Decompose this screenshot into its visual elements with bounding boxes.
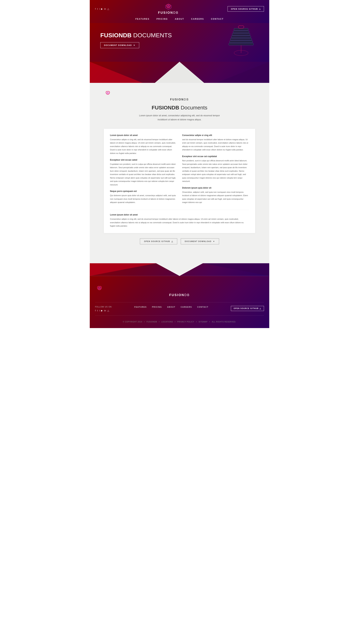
- col-right-heading-2: Excepteur sint occae cat cupidatat: [182, 155, 249, 158]
- github-icon: △: [171, 240, 173, 242]
- footer-linkedin-icon[interactable]: in: [104, 309, 106, 312]
- github-button-content[interactable]: OPEN SOURCE GITHUB △: [140, 238, 177, 244]
- footer-facebook-icon[interactable]: f: [95, 309, 96, 312]
- footer-divider: [90, 255, 269, 276]
- svg-point-0: [168, 6, 169, 7]
- center-triangle: [155, 62, 204, 83]
- footer-social-icons: f t i ▶ in △: [95, 309, 112, 312]
- twitter-icon[interactable]: t: [97, 8, 98, 10]
- svg-point-11: [99, 288, 100, 289]
- col-right-body-1: sed do eiusmod tempor incididunt utter l…: [182, 138, 249, 152]
- text-columns: Lorem ipsum dolor sit amet Consectetur a…: [110, 134, 249, 206]
- footer-link-4: SITEMAP: [198, 321, 207, 323]
- footer-logo-svg: [95, 285, 104, 292]
- col-left-body-3: Qui dolorem ipsum quia dolor sit amet, c…: [110, 194, 177, 204]
- col-right-heading-1: Consectetur adipie si cing elit: [182, 134, 249, 136]
- footer-link-3: PRIVACY POLICY: [177, 321, 194, 323]
- github-button-footer[interactable]: OPEN SOURCE GITHUB △: [231, 306, 264, 311]
- github-social-icon[interactable]: △: [107, 8, 109, 10]
- full-section-body: Consectetur adipie si cing elit, sed do …: [110, 218, 249, 228]
- footer-nav-features[interactable]: FEATURES: [134, 306, 147, 308]
- header-nav: FEATURES PRICING ABOUT CAREERS CONTACT: [90, 16, 269, 23]
- text-col-left: Lorem ipsum dolor sit amet Consectetur a…: [110, 134, 177, 206]
- full-width-section: Lorem ipsum dolor sit amet Consectetur a…: [110, 210, 249, 228]
- footer-logo: [95, 285, 264, 292]
- footer-link-1: FUSIONDB: [147, 321, 157, 323]
- svg-point-10: [107, 92, 108, 94]
- nav-careers[interactable]: CAREERS: [191, 18, 204, 20]
- download-button-content[interactable]: DOCUMENT DOWNLOAD ▼: [181, 238, 219, 244]
- nav-contact[interactable]: CONTACT: [211, 18, 224, 20]
- header-logo: FUSIONDB: [109, 3, 228, 14]
- copyright-text: © COPYRIGHT 2019: [123, 321, 142, 323]
- content-section: FUSIONDB FUSIONDB Documents Lorem ipsum …: [90, 83, 269, 255]
- content-logo: [104, 90, 255, 96]
- footer-middle: FOLLOW US ON f t i ▶ in △ FEATURES PRICI…: [95, 302, 264, 316]
- follow-us-label: FOLLOW US ON: [95, 306, 112, 308]
- content-subtitle: Lorem ipsum dolor sit amet, consectetur …: [136, 114, 223, 122]
- content-card: Lorem ipsum dolor sit amet Consectetur a…: [104, 129, 255, 233]
- footer-youtube-icon[interactable]: ▶: [101, 309, 103, 312]
- github-btn-icon: △: [259, 8, 261, 10]
- footer-instagram-icon[interactable]: i: [99, 309, 100, 312]
- nav-features[interactable]: FEATURES: [136, 18, 150, 20]
- nav-about[interactable]: ABOUT: [175, 18, 184, 20]
- nav-pricing[interactable]: PRICING: [156, 18, 168, 20]
- col-right-body-2: Non proident, sunt in culpa qui officia …: [182, 159, 249, 183]
- logo-icon-svg: [164, 3, 173, 10]
- footer-social: FOLLOW US ON f t i ▶ in △: [95, 306, 112, 312]
- hero-title: FUSIONDB DOCUMENTS: [100, 32, 264, 39]
- footer-nav-contact[interactable]: CONTACT: [197, 306, 208, 308]
- footer-link-2: LOCATIONS: [161, 321, 173, 323]
- footer-twitter-icon[interactable]: t: [97, 309, 98, 312]
- linkedin-icon[interactable]: in: [104, 8, 106, 10]
- youtube-icon[interactable]: ▶: [101, 8, 103, 10]
- footer: FUSIONDB FOLLOW US ON f t i ▶ in △ FEATU…: [90, 276, 269, 328]
- footer-nav-pricing[interactable]: PRICING: [152, 306, 162, 308]
- header-social-icons: f t i ▶ in △: [95, 8, 109, 10]
- document-download-button-hero[interactable]: DOCUMENT DOWNLOAD ▼: [100, 42, 139, 48]
- header: f t i ▶ in △ FUSIONDB OPEN SOURCE GITHUB…: [90, 0, 269, 23]
- svg-rect-6: [230, 41, 252, 43]
- footer-logo-text: FUSIONDB: [95, 293, 264, 297]
- col-right-body-3: Onsectetur, adipisci velit, sed quia non…: [182, 190, 249, 204]
- hero-graphic: [223, 25, 259, 60]
- col-left-heading-3: Neque porro quisquam est: [110, 190, 177, 192]
- download-icon: ▼: [133, 44, 135, 46]
- footer-nav-about[interactable]: ABOUT: [167, 306, 175, 308]
- svg-rect-1: [234, 28, 248, 30]
- col-left-heading-1: Lorem ipsum dolor sit amet: [110, 134, 177, 136]
- content-logo-svg: [104, 90, 112, 96]
- right-triangle: [216, 62, 269, 83]
- footer-nav: FEATURES PRICING ABOUT CAREERS CONTACT: [134, 306, 208, 308]
- col-left-heading-2: Excepteur sint occae cated: [110, 159, 177, 161]
- full-section-heading: Lorem ipsum dolor sit amet: [110, 214, 249, 216]
- col-right-heading-3: Dolorem ipsum quia dolor sit: [182, 187, 249, 189]
- instagram-icon[interactable]: i: [99, 8, 100, 10]
- footer-copyright: © COPYRIGHT 2019 • FUSIONDB • LOCATIONS …: [95, 319, 264, 323]
- content-buttons-row: OPEN SOURCE GITHUB △ DOCUMENT DOWNLOAD ▼: [104, 238, 255, 244]
- hero-section: FUSIONDB DOCUMENTS DOCUMENT DOWNLOAD ▼: [90, 23, 269, 62]
- footer-link-5: ALL RIGHTS RESERVED.: [212, 321, 236, 323]
- footer-github-social-icon[interactable]: △: [107, 309, 109, 312]
- facebook-icon[interactable]: f: [95, 8, 96, 10]
- col-left-body-2: Cupidatat non proident, sunt in culpa qu…: [110, 162, 177, 187]
- left-triangle: [90, 62, 143, 83]
- header-divider-shapes: [90, 62, 269, 83]
- header-logo-text: FUSIONDB: [109, 11, 228, 14]
- footer-github-btn-icon: △: [260, 308, 261, 310]
- svg-rect-7: [229, 43, 253, 45]
- col-left-body-1: Consectetur adipie si cing elit, sed do …: [110, 138, 177, 155]
- content-logo-text: FUSIONDB: [104, 98, 255, 101]
- header-top: f t i ▶ in △ FUSIONDB OPEN SOURCE GITHUB…: [90, 0, 269, 16]
- github-button-header[interactable]: OPEN SOURCE GITHUB △: [228, 6, 264, 12]
- text-col-right: Consectetur adipie si cing elit sed do e…: [182, 134, 249, 206]
- content-title: FUSIONDB Documents: [104, 105, 255, 111]
- footer-nav-careers[interactable]: CAREERS: [181, 306, 192, 308]
- download-arrow-icon: ▼: [213, 240, 215, 242]
